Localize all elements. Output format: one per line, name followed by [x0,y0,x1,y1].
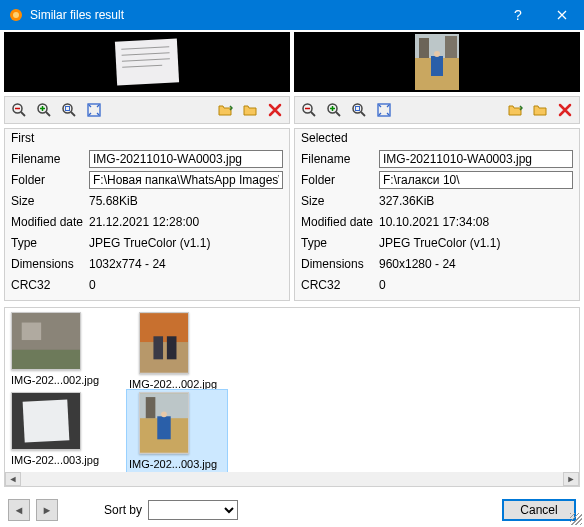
modified-label: Modified date [301,215,379,229]
open-folder-icon[interactable] [213,99,237,121]
svg-rect-40 [153,336,163,359]
folder-label: Folder [301,173,379,187]
preview-first[interactable] [4,32,290,92]
svg-rect-39 [140,313,188,342]
type-label: Type [11,236,89,250]
crc-label: CRC32 [11,278,89,292]
toolbar-selected [294,96,580,124]
crc-value: 0 [89,278,283,292]
open-folder-icon[interactable] [503,99,527,121]
type-value: JPEG TrueColor (v1.1) [379,236,573,250]
thumb-caption: IMG-202...003.jpg [11,454,111,466]
zoom-fit-icon[interactable] [82,99,106,121]
dimensions-label: Dimensions [301,257,379,271]
horizontal-scrollbar[interactable]: ◄ ► [5,472,579,486]
preview-row [0,30,584,94]
crc-label: CRC32 [301,278,379,292]
modified-label: Modified date [11,215,89,229]
toolbar-row [0,94,584,126]
svg-rect-11 [431,56,443,76]
filename-field[interactable] [89,150,283,168]
pane-selected: Selected Filename Folder Size327.36KiB M… [294,128,580,301]
svg-rect-9 [419,38,429,58]
zoom-actual-icon[interactable] [57,99,81,121]
thumb-caption: IMG-202...002.jpg [129,378,229,390]
thumb-caption: IMG-202...002.jpg [11,374,111,386]
svg-point-12 [434,51,440,57]
delete-icon[interactable] [553,99,577,121]
svg-rect-37 [22,323,41,340]
info-panes: First Filename Folder Size75.68KiB Modif… [0,126,584,307]
modified-value: 21.12.2021 12:28:00 [89,215,283,229]
close-button[interactable] [540,0,584,30]
list-item[interactable]: IMG-202...002.jpg [129,312,229,390]
thumbnail-gallery: IMG-202...002.jpg IMG-202...002.jpg IMG-… [4,307,580,487]
svg-rect-46 [146,397,156,418]
list-item[interactable]: IMG-202...002.jpg [11,312,111,390]
resize-grip-icon[interactable] [570,513,582,525]
sortby-select[interactable] [148,500,238,520]
delete-icon[interactable] [263,99,287,121]
svg-line-21 [71,112,75,116]
filename-label: Filename [11,152,89,166]
app-icon [8,7,24,23]
titlebar: Similar files result ? [0,0,584,30]
toolbar-first [4,96,290,124]
svg-line-14 [21,112,25,116]
list-item[interactable]: IMG-202...003.jpg [127,390,227,472]
svg-point-31 [353,104,362,113]
crc-value: 0 [379,278,573,292]
open-file-icon[interactable] [238,99,262,121]
svg-line-28 [336,112,340,116]
size-label: Size [11,194,89,208]
zoom-out-icon[interactable] [297,99,321,121]
list-item[interactable]: IMG-202...003.jpg [11,392,111,470]
size-label: Size [301,194,379,208]
zoom-out-icon[interactable] [7,99,31,121]
pane-heading: Selected [301,131,573,145]
svg-rect-47 [157,416,170,439]
zoom-actual-icon[interactable] [347,99,371,121]
filename-label: Filename [301,152,379,166]
preview-selected[interactable] [294,32,580,92]
svg-rect-43 [23,399,70,442]
dimensions-value: 1032x774 - 24 [89,257,283,271]
svg-rect-22 [66,107,70,111]
scroll-left-icon[interactable]: ◄ [5,472,21,486]
svg-point-20 [63,104,72,113]
sortby-label: Sort by [104,503,142,517]
window-title: Similar files result [30,8,496,22]
scroll-track[interactable] [21,472,563,486]
type-value: JPEG TrueColor (v1.1) [89,236,283,250]
svg-rect-2 [115,38,179,85]
prev-button[interactable]: ◄ [8,499,30,521]
folder-field[interactable] [379,171,573,189]
size-value: 75.68KiB [89,194,283,208]
dimensions-label: Dimensions [11,257,89,271]
folder-field[interactable] [89,171,283,189]
svg-point-48 [161,411,167,417]
svg-line-17 [46,112,50,116]
pane-first: First Filename Folder Size75.68KiB Modif… [4,128,290,301]
svg-line-32 [361,112,365,116]
svg-rect-10 [445,36,457,58]
footer: ◄ ► Sort by Cancel [0,493,584,527]
svg-point-1 [13,12,19,18]
svg-rect-33 [356,107,360,111]
zoom-in-icon[interactable] [32,99,56,121]
help-button[interactable]: ? [496,0,540,30]
dimensions-value: 960x1280 - 24 [379,257,573,271]
scroll-right-icon[interactable]: ► [563,472,579,486]
folder-label: Folder [11,173,89,187]
pane-heading: First [11,131,283,145]
size-value: 327.36KiB [379,194,573,208]
zoom-in-icon[interactable] [322,99,346,121]
cancel-button[interactable]: Cancel [502,499,576,521]
next-button[interactable]: ► [36,499,58,521]
open-file-icon[interactable] [528,99,552,121]
zoom-fit-icon[interactable] [372,99,396,121]
type-label: Type [301,236,379,250]
filename-field[interactable] [379,150,573,168]
svg-rect-41 [167,336,177,359]
thumb-caption: IMG-202...003.jpg [129,458,225,470]
